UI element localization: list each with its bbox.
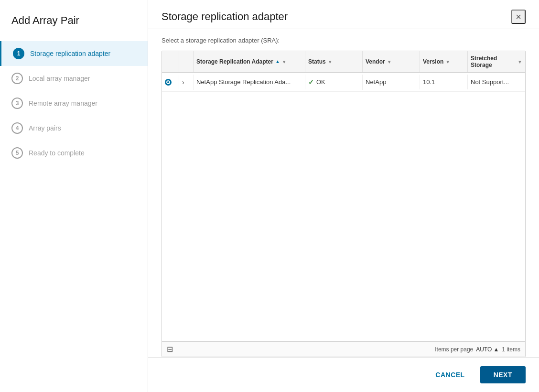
table-body: › NetApp Storage Replication Ada... ✓ OK…	[162, 73, 525, 341]
check-icon: ✓	[308, 78, 314, 86]
dialog-content: Select a storage replication adapter (SR…	[148, 29, 539, 357]
filter-icon-status[interactable]: ▼	[328, 59, 333, 65]
row-sra-name: NetApp Storage Replication Ada...	[194, 75, 305, 89]
filter-icon-version[interactable]: ▼	[445, 59, 450, 65]
filter-icon-sra[interactable]: ▼	[282, 59, 287, 65]
cancel-button[interactable]: CANCEL	[426, 366, 474, 383]
sidebar-item-remote-array[interactable]: 3 Remote array manager	[0, 91, 148, 116]
dialog-subtitle: Select a storage replication adapter (SR…	[162, 37, 526, 44]
step-number-5: 5	[11, 147, 23, 159]
sidebar: Add Array Pair 1 Storage replication ada…	[0, 0, 148, 392]
row-version: 10.1	[420, 75, 468, 89]
status-label: OK	[316, 78, 325, 86]
col-stretched[interactable]: Stretched Storage ▼	[468, 51, 525, 72]
row-vendor: NetApp	[363, 75, 420, 89]
col-version-label: Version	[423, 58, 443, 65]
grid-icon: ⊟	[167, 345, 173, 354]
step-number-3: 3	[11, 98, 23, 109]
sidebar-title: Add Array Pair	[0, 14, 148, 41]
table-row[interactable]: › NetApp Storage Replication Ada... ✓ OK…	[162, 73, 525, 92]
col-stretched-label: Stretched Storage	[471, 55, 516, 68]
sidebar-item-storage-replication[interactable]: 1 Storage replication adapter	[0, 41, 148, 66]
col-status[interactable]: Status ▼	[305, 51, 363, 72]
radio-selected	[165, 79, 172, 86]
step-number-1: 1	[13, 48, 24, 59]
col-radio	[162, 51, 179, 72]
col-vendor[interactable]: Vendor ▼	[363, 51, 420, 72]
step-number-2: 2	[11, 73, 23, 84]
col-vendor-label: Vendor	[366, 58, 385, 65]
sra-table: Storage Replication Adapter ▲ ▼ Status ▼…	[162, 51, 526, 357]
expand-icon: ›	[182, 78, 184, 86]
table-header: Storage Replication Adapter ▲ ▼ Status ▼…	[162, 51, 525, 73]
auto-value: AUTO	[476, 346, 492, 353]
sidebar-item-array-pairs[interactable]: 4 Array pairs	[0, 116, 148, 141]
dialog-title: Storage replication adapter	[162, 11, 288, 23]
row-radio[interactable]	[162, 75, 179, 89]
col-expand	[179, 51, 194, 72]
sidebar-item-label-1: Storage replication adapter	[30, 50, 110, 57]
items-per-page-label: Items per page	[435, 346, 473, 353]
sidebar-item-label-5: Ready to complete	[29, 149, 85, 157]
row-stretched: Not Support...	[468, 75, 525, 89]
step-number-4: 4	[11, 122, 23, 134]
table-footer: ⊟ Items per page AUTO ▲ 1 items	[162, 341, 525, 357]
sidebar-item-label-2: Local array manager	[29, 75, 90, 82]
status-ok: ✓ OK	[308, 78, 325, 86]
sidebar-item-ready[interactable]: 5 Ready to complete	[0, 141, 148, 165]
items-per-page-select[interactable]: AUTO ▲	[476, 346, 499, 353]
sidebar-item-local-array[interactable]: 2 Local array manager	[0, 66, 148, 91]
next-button[interactable]: NEXT	[480, 366, 526, 383]
up-chevron-icon: ▲	[493, 346, 499, 353]
sidebar-item-label-4: Array pairs	[29, 124, 61, 132]
col-status-label: Status	[308, 58, 326, 65]
col-sra[interactable]: Storage Replication Adapter ▲ ▼	[194, 51, 305, 72]
items-count: 1 items	[502, 346, 520, 353]
filter-icon-vendor[interactable]: ▼	[387, 59, 392, 65]
main-dialog: Storage replication adapter × Select a s…	[148, 0, 539, 392]
filter-icon-stretched[interactable]: ▼	[517, 59, 522, 65]
row-status: ✓ OK	[305, 75, 363, 90]
col-sra-label: Storage Replication Adapter	[196, 58, 273, 65]
sidebar-item-label-3: Remote array manager	[29, 99, 97, 107]
row-expand[interactable]: ›	[179, 75, 194, 90]
dialog-header: Storage replication adapter ×	[148, 0, 539, 29]
dialog-footer: CANCEL NEXT	[148, 357, 539, 392]
sort-icon[interactable]: ▲	[275, 59, 280, 64]
close-button[interactable]: ×	[511, 10, 526, 24]
col-version[interactable]: Version ▼	[420, 51, 468, 72]
items-per-page: Items per page AUTO ▲ 1 items	[435, 346, 520, 353]
